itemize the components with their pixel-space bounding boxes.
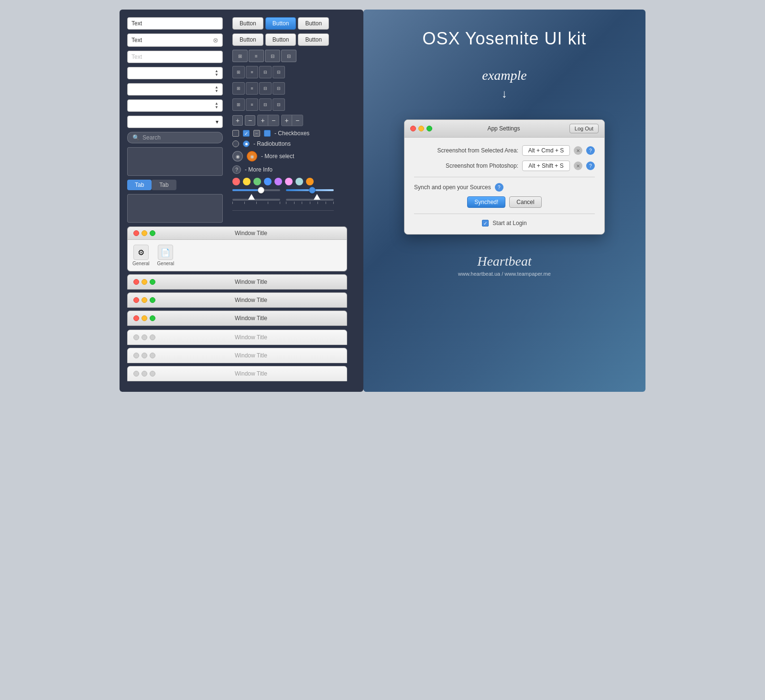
color-dot-7[interactable]	[295, 178, 303, 185]
dialog-photoshop-shortcut[interactable]: Alt + Shift + S	[522, 161, 570, 171]
dialog-photoshop-clear[interactable]: ✕	[574, 162, 582, 170]
icon-btn-9[interactable]: ⊞	[232, 98, 245, 111]
traffic-light-red-3[interactable]	[133, 297, 139, 303]
tab-2[interactable]: Tab	[152, 180, 176, 190]
color-dot-2[interactable]	[243, 178, 251, 185]
dialog-area-shortcut[interactable]: Alt + Cmd + S	[522, 145, 570, 156]
icon-btn-2[interactable]: ≡	[246, 66, 258, 78]
icon-btn-11[interactable]: ⊟	[259, 98, 272, 111]
stepper-arrows-2[interactable]: ▲ ▼	[215, 86, 219, 93]
seg-btn-detail[interactable]: ⊟	[281, 50, 296, 62]
select-circle-default[interactable]: ◉	[232, 151, 243, 162]
dialog-cancel-button[interactable]: Cancel	[509, 196, 541, 208]
dialog-sync-help[interactable]: ?	[495, 183, 503, 192]
window-5-traffic-lights	[133, 334, 155, 340]
dialog-tl-yellow[interactable]	[418, 126, 424, 131]
dialog-photoshop-help[interactable]: ?	[586, 162, 595, 170]
slider-2[interactable]	[286, 189, 334, 191]
stepper-field-2[interactable]: ▲ ▼	[127, 83, 223, 96]
traffic-light-yellow-1[interactable]	[142, 230, 147, 236]
color-dot-6[interactable]	[285, 178, 293, 185]
tick-slider-1[interactable]	[232, 195, 280, 205]
icon-btn-6[interactable]: ≡	[246, 82, 258, 95]
window-5-wrapper: Window Title	[127, 330, 356, 345]
color-dot-5[interactable]	[274, 178, 282, 185]
slider-1[interactable]	[232, 189, 280, 191]
plus-btn-3[interactable]: +	[282, 115, 292, 126]
seg-btn-list[interactable]: ≡	[249, 50, 264, 62]
checkbox-checked[interactable]: ✓	[243, 130, 250, 137]
icon-btn-10[interactable]: ≡	[246, 98, 258, 111]
traffic-light-yellow-4[interactable]	[142, 315, 147, 321]
text-area[interactable]	[127, 147, 223, 176]
checkbox-indeterminate[interactable]: −	[253, 130, 260, 137]
checkbox-empty-2[interactable]	[264, 130, 271, 137]
button-1[interactable]: Button	[232, 17, 263, 30]
window-6-wrapper: Window Title	[127, 348, 356, 363]
dropdown-field[interactable]: ▾	[127, 116, 223, 128]
button-3[interactable]: Button	[298, 17, 329, 30]
stepper-field-3[interactable]: ▲ ▼	[127, 99, 223, 112]
icon-btn-5[interactable]: ⊞	[232, 82, 245, 95]
dialog-area-clear[interactable]: ✕	[574, 146, 582, 155]
toolbar-general-1[interactable]: ⚙ General	[132, 245, 150, 266]
icon-btn-3[interactable]: ⊟	[259, 66, 272, 78]
dialog-start-login-checkbox[interactable]: ✓	[482, 220, 489, 226]
traffic-light-green-3[interactable]	[150, 297, 155, 303]
radio-empty-1[interactable]	[232, 140, 239, 147]
tick-slider-2[interactable]	[286, 195, 334, 205]
text-input-2[interactable]: Text ⊗	[127, 33, 223, 47]
traffic-light-red-2[interactable]	[133, 279, 139, 285]
dialog-tl-green[interactable]	[426, 126, 432, 131]
button-5[interactable]: Button	[265, 33, 296, 46]
stepper-arrows-3[interactable]: ▲ ▼	[215, 102, 219, 109]
color-dot-3[interactable]	[253, 178, 261, 185]
seg-btn-grid[interactable]: ⊞	[232, 50, 248, 62]
minus-btn-2[interactable]: −	[268, 115, 279, 126]
traffic-light-green-2[interactable]	[150, 279, 155, 285]
traffic-light-green-4[interactable]	[150, 315, 155, 321]
button-4[interactable]: Button	[232, 33, 263, 46]
traffic-light-yellow-2[interactable]	[142, 279, 147, 285]
dialog-synched-button[interactable]: Synched!	[467, 196, 505, 208]
text-input-1[interactable]: Text	[127, 17, 223, 30]
button-6[interactable]: Button	[298, 33, 329, 46]
stepper-field-1[interactable]: ▲ ▼	[127, 67, 223, 79]
dialog-tl-red[interactable]	[410, 126, 416, 131]
traffic-light-green-1[interactable]	[150, 230, 155, 236]
icon-btn-4[interactable]: ⊟	[273, 66, 285, 78]
toolbar-general-2[interactable]: 📄 General	[157, 245, 175, 266]
icon-btn-1[interactable]: ⊞	[232, 66, 245, 78]
icon-btn-12[interactable]: ⊟	[273, 98, 285, 111]
info-circle[interactable]: ?	[232, 165, 241, 174]
toolbar-icon-box-2: 📄	[158, 245, 173, 260]
radio-blue[interactable]	[243, 140, 250, 147]
icon-btn-8[interactable]: ⊟	[273, 82, 285, 95]
color-dot-4[interactable]	[264, 178, 272, 185]
search-field[interactable]: 🔍 Search	[127, 132, 223, 143]
minus-btn-1[interactable]: −	[245, 115, 255, 126]
traffic-light-yellow-3[interactable]	[142, 297, 147, 303]
dialog-btn-row: Synched! Cancel	[414, 196, 595, 208]
clear-icon[interactable]: ⊗	[213, 36, 219, 44]
minus-btn-3[interactable]: −	[292, 115, 303, 126]
traffic-light-red-1[interactable]	[133, 230, 139, 236]
icon-btn-7[interactable]: ⊟	[259, 82, 272, 95]
button-2[interactable]: Button	[265, 17, 296, 30]
checkbox-empty[interactable]	[232, 130, 239, 137]
dialog-area-help[interactable]: ?	[586, 146, 595, 155]
stepper-arrows-1[interactable]: ▲ ▼	[215, 69, 219, 77]
plus-btn-2[interactable]: +	[258, 115, 268, 126]
seg-btn-columns[interactable]: ⊟	[265, 50, 280, 62]
tab-1[interactable]: Tab	[127, 180, 152, 190]
traffic-light-red-4[interactable]	[133, 315, 139, 321]
text-input-placeholder[interactable]: Text	[127, 51, 223, 63]
traffic-light-inactive-2	[142, 334, 147, 340]
color-dot-8[interactable]	[306, 178, 314, 185]
select-circle-orange[interactable]: ◉	[247, 151, 257, 162]
window-1: Window Title ⚙ General 📄 General	[127, 226, 347, 271]
plus-btn-1[interactable]: +	[232, 115, 243, 126]
dialog-logout-button[interactable]: Log Out	[569, 124, 599, 133]
tabs-row: Tab Tab	[127, 180, 223, 190]
color-dot-1[interactable]	[232, 178, 240, 185]
